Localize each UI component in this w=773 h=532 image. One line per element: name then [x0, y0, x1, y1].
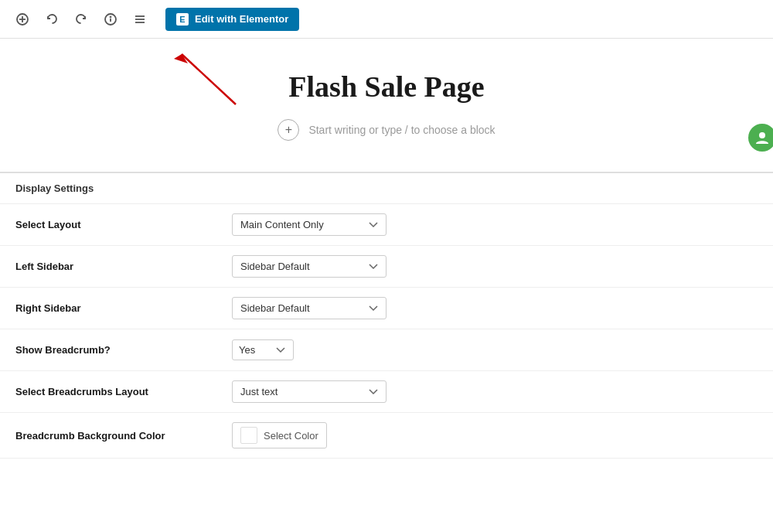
setting-row-left-sidebar: Left Sidebar Sidebar Default Sidebar 1 S…: [0, 246, 773, 288]
block-placeholder-text: Start writing or type / to choose a bloc…: [308, 124, 495, 136]
user-avatar[interactable]: [748, 124, 773, 152]
settings-panel: Display Settings Select Layout Main Cont…: [0, 172, 773, 459]
right-sidebar-control: Sidebar Default Sidebar 1 Sidebar 2 None: [232, 297, 758, 319]
show-breadcrumb-control: Yes No: [232, 339, 758, 360]
color-swatch: [240, 427, 257, 444]
breadcrumb-layout-control: Just text Layout 1 Layout 2: [232, 380, 758, 403]
left-sidebar-dropdown[interactable]: Sidebar Default Sidebar 1 Sidebar 2 None: [232, 255, 386, 278]
show-breadcrumb-dropdown[interactable]: Yes No: [232, 339, 294, 360]
right-sidebar-dropdown[interactable]: Sidebar Default Sidebar 1 Sidebar 2 None: [232, 297, 386, 319]
show-breadcrumb-label: Show Breadcrumb?: [15, 344, 232, 356]
page-title: Flash Sale Page: [0, 70, 773, 104]
right-sidebar-label: Right Sidebar: [15, 302, 232, 314]
settings-header: Display Settings: [0, 173, 773, 204]
setting-row-breadcrumb-layout: Select Breadcrumbs Layout Just text Layo…: [0, 371, 773, 413]
add-button[interactable]: [12, 9, 32, 29]
select-layout-control: Main Content Only Left Sidebar Right Sid…: [232, 213, 758, 236]
menu-button[interactable]: [130, 9, 150, 29]
elementor-icon: E: [176, 13, 189, 26]
breadcrumb-color-label: Breadcrumb Background Color: [15, 430, 232, 442]
svg-point-11: [759, 132, 765, 138]
breadcrumb-color-picker[interactable]: Select Color: [232, 422, 327, 448]
page-title-section: Flash Sale Page + Start writing or type …: [0, 39, 773, 172]
info-button[interactable]: [100, 9, 121, 29]
setting-row-show-breadcrumb: Show Breadcrumb? Yes No: [0, 329, 773, 371]
setting-row-breadcrumb-color: Breadcrumb Background Color Select Color: [0, 413, 773, 459]
edit-elementor-label: Edit with Elementor: [195, 13, 288, 25]
svg-point-5: [111, 16, 111, 17]
setting-row-select-layout: Select Layout Main Content Only Left Sid…: [0, 204, 773, 246]
edit-elementor-button[interactable]: E Edit with Elementor: [165, 8, 299, 31]
left-sidebar-control: Sidebar Default Sidebar 1 Sidebar 2 None: [232, 255, 758, 278]
main-area: Flash Sale Page + Start writing or type …: [0, 39, 773, 172]
redo-button[interactable]: [71, 9, 91, 29]
color-picker-label: Select Color: [264, 430, 318, 442]
block-adder: + Start writing or type / to choose a bl…: [0, 104, 773, 156]
breadcrumb-layout-label: Select Breadcrumbs Layout: [15, 386, 232, 397]
select-layout-label: Select Layout: [15, 219, 232, 230]
setting-row-right-sidebar: Right Sidebar Sidebar Default Sidebar 1 …: [0, 288, 773, 329]
undo-button[interactable]: [42, 9, 62, 29]
breadcrumb-layout-dropdown[interactable]: Just text Layout 1 Layout 2: [232, 380, 386, 403]
toolbar: E Edit with Elementor: [0, 0, 773, 39]
left-sidebar-label: Left Sidebar: [15, 261, 232, 272]
select-layout-dropdown[interactable]: Main Content Only Left Sidebar Right Sid…: [232, 213, 386, 236]
breadcrumb-color-control: Select Color: [232, 422, 758, 448]
add-block-button[interactable]: +: [278, 119, 299, 141]
